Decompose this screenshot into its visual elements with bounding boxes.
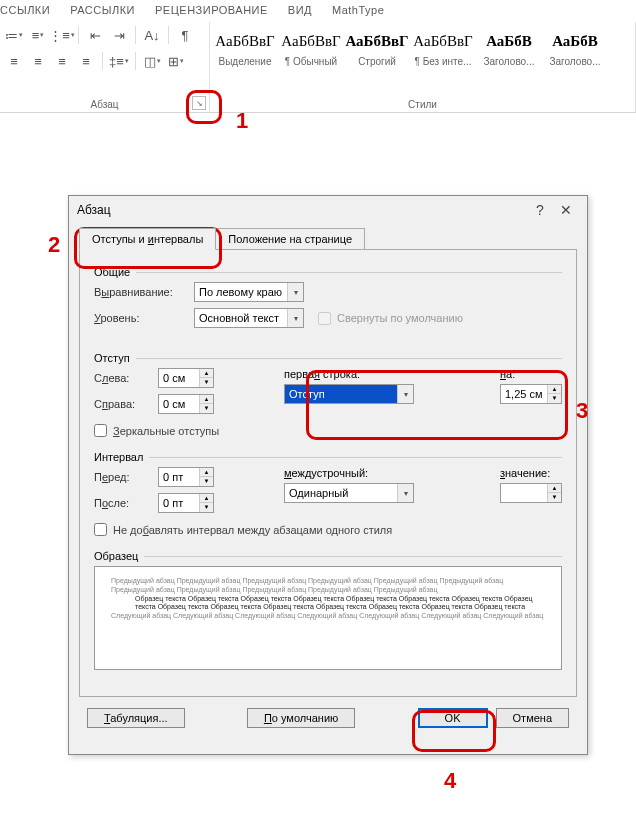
show-marks-icon[interactable]: ¶ [175, 25, 195, 45]
at-input[interactable] [501, 484, 547, 502]
tab-indents-spacing[interactable]: Отступы и интервалы [79, 228, 216, 250]
firstline-combo[interactable]: ▾ [284, 384, 414, 404]
nospace-checkbox[interactable] [94, 523, 107, 536]
preview-prev-text: Предыдущий абзац Предыдущий абзац Предыд… [111, 577, 545, 595]
after-spinner[interactable]: ▲▼ [158, 493, 214, 513]
separator [102, 52, 103, 70]
ribbon: ССЫЛКИ РАССЫЛКИ РЕЦЕНЗИРОВАНИЕ ВИД MathT… [0, 0, 636, 113]
at-spinner[interactable]: ▲▼ [500, 483, 562, 503]
before-spinner[interactable]: ▲▼ [158, 467, 214, 487]
preview-group: Образец Предыдущий абзац Предыдущий абза… [94, 550, 562, 670]
spin-up-icon[interactable]: ▲ [199, 369, 213, 378]
left-indent-input[interactable] [159, 369, 199, 387]
after-input[interactable] [159, 494, 199, 512]
alignment-combo[interactable]: ▾ [194, 282, 304, 302]
spin-down-icon[interactable]: ▼ [199, 503, 213, 512]
style-item[interactable]: АаБбВвГ¶ Обычный [280, 26, 342, 67]
ribbon-tab[interactable]: ВИД [288, 4, 312, 16]
group-label: Стили [210, 99, 635, 110]
left-indent-spinner[interactable]: ▲▼ [158, 368, 214, 388]
decrease-indent-icon[interactable]: ⇤ [85, 25, 105, 45]
level-label: Уровень: [94, 312, 194, 324]
dialog-titlebar: Абзац ? ✕ [69, 196, 587, 224]
by-input[interactable] [501, 385, 547, 403]
spacing-group: Интервал Перед: ▲▼ После: ▲▼ междустрочн… [94, 451, 562, 536]
dialog-title-text: Абзац [77, 203, 111, 217]
linespacing-input[interactable] [285, 484, 397, 502]
annotation-number-2: 2 [48, 232, 60, 258]
collapsed-checkbox [318, 312, 331, 325]
chevron-down-icon[interactable]: ▾ [287, 309, 303, 327]
at-label: значение: [500, 467, 562, 479]
paragraph-dialog: Абзац ? ✕ Отступы и интервалы Положение … [68, 195, 588, 755]
spin-down-icon[interactable]: ▼ [199, 404, 213, 413]
align-right-icon[interactable]: ≡ [52, 51, 72, 71]
ok-button[interactable]: OK [418, 708, 488, 728]
firstline-input[interactable] [285, 385, 397, 403]
default-button[interactable]: По умолчанию [247, 708, 355, 728]
chevron-down-icon[interactable]: ▾ [287, 283, 303, 301]
general-group: Общие Выравнивание: ▾ Уровень: ▾ Свернут… [94, 266, 562, 334]
mirror-checkbox[interactable] [94, 424, 107, 437]
borders-icon[interactable]: ⊞ [166, 51, 186, 71]
ribbon-tab[interactable]: ССЫЛКИ [0, 4, 50, 16]
spacing-legend: Интервал [94, 451, 149, 463]
tab-panel: Общие Выравнивание: ▾ Уровень: ▾ Свернут… [79, 249, 577, 697]
group-label: Абзац [0, 99, 209, 110]
close-button[interactable]: ✕ [553, 202, 579, 218]
alignment-label: Выравнивание: [94, 286, 194, 298]
spin-up-icon[interactable]: ▲ [199, 395, 213, 404]
style-item[interactable]: АаБбВвГСтрогий [346, 26, 408, 67]
spin-up-icon[interactable]: ▲ [199, 468, 213, 477]
style-item[interactable]: АаБбВЗаголово... [478, 26, 540, 67]
chevron-down-icon[interactable]: ▾ [397, 484, 413, 502]
style-item[interactable]: АаБбВЗаголово... [544, 26, 606, 67]
tabs-button[interactable]: Табуляция... [87, 708, 185, 728]
right-indent-input[interactable] [159, 395, 199, 413]
nospace-label: Не добавлять интервал между абзацами одн… [113, 524, 392, 536]
preview-box: Предыдущий абзац Предыдущий абзац Предыд… [94, 566, 562, 670]
spin-down-icon[interactable]: ▼ [199, 477, 213, 486]
help-button[interactable]: ? [527, 202, 553, 218]
level-combo[interactable]: ▾ [194, 308, 304, 328]
increase-indent-icon[interactable]: ⇥ [109, 25, 129, 45]
paragraph-dialog-launcher[interactable]: ↘ [192, 96, 206, 110]
spin-down-icon[interactable]: ▼ [199, 378, 213, 387]
level-input[interactable] [195, 309, 287, 327]
cancel-button[interactable]: Отмена [496, 708, 569, 728]
style-item[interactable]: АаБбВвГВыделение [214, 26, 276, 67]
chevron-down-icon[interactable]: ▾ [397, 385, 413, 403]
annotation-number-1: 1 [236, 108, 248, 134]
spin-up-icon[interactable]: ▲ [547, 385, 561, 394]
tab-page-position[interactable]: Положение на странице [215, 228, 365, 250]
ribbon-group-styles: АаБбВвГВыделение АаБбВвГ¶ Обычный АаБбВв… [210, 22, 636, 112]
preview-sample-text: Образец текста Образец текста Образец те… [111, 595, 545, 613]
sort-icon[interactable]: A↓ [142, 25, 162, 45]
general-legend: Общие [94, 266, 136, 278]
bullets-icon[interactable]: ≔ [4, 25, 24, 45]
ribbon-group-paragraph: ≔ ≡ ⋮≡ ⇤ ⇥ A↓ ¶ ≡ ≡ ≡ ≡ ‡≡ ◫ ⊞ [0, 22, 210, 112]
line-spacing-icon[interactable]: ‡≡ [109, 51, 129, 71]
align-left-icon[interactable]: ≡ [4, 51, 24, 71]
justify-icon[interactable]: ≡ [76, 51, 96, 71]
spin-up-icon[interactable]: ▲ [547, 484, 561, 493]
dialog-buttons: Табуляция... По умолчанию OK Отмена [69, 708, 587, 742]
ribbon-tab[interactable]: РАССЫЛКИ [70, 4, 135, 16]
before-input[interactable] [159, 468, 199, 486]
style-item[interactable]: АаБбВвГ¶ Без инте... [412, 26, 474, 67]
ribbon-tab[interactable]: MathType [332, 4, 384, 16]
linespacing-combo[interactable]: ▾ [284, 483, 414, 503]
multilevel-icon[interactable]: ⋮≡ [52, 25, 72, 45]
spin-down-icon[interactable]: ▼ [547, 493, 561, 502]
numbering-icon[interactable]: ≡ [28, 25, 48, 45]
shading-icon[interactable]: ◫ [142, 51, 162, 71]
styles-gallery[interactable]: АаБбВвГВыделение АаБбВвГ¶ Обычный АаБбВв… [214, 24, 627, 67]
alignment-input[interactable] [195, 283, 287, 301]
ribbon-tab[interactable]: РЕЦЕНЗИРОВАНИЕ [155, 4, 268, 16]
spin-up-icon[interactable]: ▲ [199, 494, 213, 503]
by-spinner[interactable]: ▲▼ [500, 384, 562, 404]
before-label: Перед: [94, 471, 158, 483]
align-center-icon[interactable]: ≡ [28, 51, 48, 71]
right-indent-spinner[interactable]: ▲▼ [158, 394, 214, 414]
spin-down-icon[interactable]: ▼ [547, 394, 561, 403]
